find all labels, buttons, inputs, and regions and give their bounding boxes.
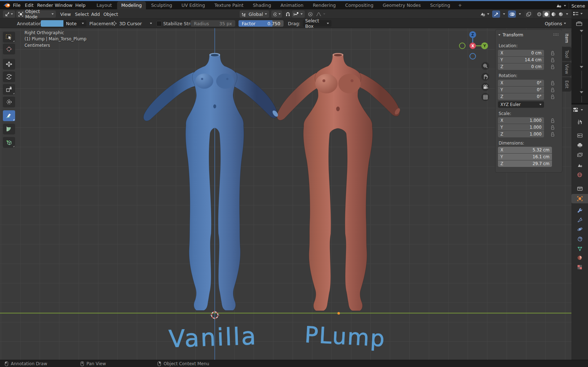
properties-tab-material[interactable] bbox=[571, 253, 588, 262]
tool-annotate[interactable] bbox=[3, 110, 15, 121]
plump-body-model[interactable] bbox=[277, 53, 401, 311]
options-dropdown[interactable]: Options bbox=[545, 20, 566, 27]
navigation-gizmo[interactable]: Z Y X bbox=[458, 30, 489, 61]
scale-z-field[interactable]: Z1.000 bbox=[498, 131, 544, 137]
toggle-orthographic-button[interactable] bbox=[481, 93, 489, 101]
shading-solid-button[interactable] bbox=[543, 11, 550, 17]
lock-location-z-icon[interactable] bbox=[551, 64, 555, 69]
lock-location-x-icon[interactable] bbox=[551, 50, 555, 56]
scene-selector[interactable]: Scene bbox=[556, 2, 585, 9]
shading-rendered-button[interactable] bbox=[557, 11, 564, 17]
lock-rotation-z-icon[interactable] bbox=[551, 94, 555, 99]
tool-add-primitive[interactable] bbox=[3, 137, 15, 148]
tool-move[interactable] bbox=[3, 59, 15, 70]
radius-slider[interactable]: Radius 35 px bbox=[191, 20, 235, 27]
properties-tab-modifiers[interactable] bbox=[571, 205, 588, 215]
tool-scale[interactable] bbox=[3, 84, 15, 95]
transform-orientation-dropdown[interactable]: Global bbox=[240, 10, 269, 18]
rotation-y-field[interactable]: Y0° bbox=[498, 87, 544, 93]
properties-tab-world[interactable] bbox=[571, 170, 588, 180]
transform-panel-header[interactable]: Transform bbox=[498, 32, 523, 37]
lock-scale-x-icon[interactable] bbox=[551, 118, 555, 123]
rotation-x-field[interactable]: X0° bbox=[498, 80, 544, 86]
properties-tab-texture[interactable] bbox=[571, 262, 588, 272]
blender-logo-icon[interactable] bbox=[4, 3, 11, 8]
properties-tab-object-data[interactable] bbox=[571, 244, 588, 253]
annotation-color-swatch[interactable] bbox=[41, 20, 63, 27]
stabilize-stroke-checkbox[interactable] bbox=[156, 21, 162, 26]
zoom-view-button[interactable] bbox=[481, 62, 489, 70]
location-y-field[interactable]: Y14.4 cm bbox=[498, 57, 544, 63]
mode-selector[interactable]: Object Mode bbox=[16, 10, 56, 18]
tab-geometry-nodes[interactable]: Geometry Nodes bbox=[378, 1, 425, 9]
properties-tab-particles[interactable] bbox=[571, 215, 588, 225]
drag-dropdown[interactable]: Select Box bbox=[303, 20, 331, 27]
sidebar-tab-edit[interactable]: Edit bbox=[562, 77, 571, 92]
location-z-field[interactable]: Z0 cm bbox=[498, 63, 544, 70]
tab-uv-editing[interactable]: UV Editing bbox=[177, 1, 209, 9]
outliner-expand-icon[interactable] bbox=[579, 30, 584, 32]
properties-tab-output[interactable] bbox=[571, 140, 588, 150]
tool-transform[interactable] bbox=[3, 97, 15, 107]
tab-animation[interactable]: Animation bbox=[276, 1, 308, 9]
shading-material-button[interactable] bbox=[550, 11, 557, 17]
panel-grip-icon[interactable] bbox=[553, 33, 559, 36]
lock-scale-z-icon[interactable] bbox=[551, 132, 555, 137]
menu-object[interactable]: Object bbox=[103, 10, 118, 18]
3d-viewport[interactable]: Vanilla PLump Right Orthographic (1) Plu… bbox=[0, 28, 571, 360]
tab-sculpting[interactable]: Sculpting bbox=[147, 1, 176, 9]
dimensions-x-field[interactable]: X5.32 cm bbox=[498, 147, 552, 153]
properties-tab-object[interactable] bbox=[571, 194, 588, 203]
outliner-editor-selector[interactable] bbox=[571, 9, 588, 18]
properties-editor-selector[interactable] bbox=[571, 105, 588, 114]
menu-view[interactable]: View bbox=[60, 10, 71, 18]
outliner-expand-icon[interactable] bbox=[579, 91, 584, 94]
object-visibility-dropdown[interactable] bbox=[478, 10, 491, 18]
tab-layout[interactable]: Layout bbox=[92, 1, 116, 9]
tool-measure[interactable] bbox=[3, 124, 15, 134]
tool-cursor[interactable] bbox=[3, 44, 15, 54]
menu-file[interactable]: File bbox=[11, 1, 23, 9]
proportional-editing-toggle[interactable] bbox=[307, 10, 314, 18]
tool-rotate[interactable] bbox=[3, 71, 15, 82]
placement-dropdown[interactable]: 3D Cursor bbox=[110, 20, 153, 27]
gizmos-toggle[interactable] bbox=[492, 10, 500, 18]
factor-slider[interactable]: Factor 0.750 bbox=[239, 20, 284, 27]
tab-shading[interactable]: Shading bbox=[249, 1, 276, 9]
pivot-point-dropdown[interactable] bbox=[271, 10, 282, 18]
annotation-layer-dropdown[interactable]: Note bbox=[63, 20, 86, 27]
properties-tab-physics[interactable] bbox=[571, 225, 588, 234]
editor-type-selector[interactable] bbox=[3, 10, 15, 18]
camera-view-button[interactable] bbox=[481, 83, 489, 91]
properties-tab-constraints[interactable] bbox=[571, 234, 588, 244]
gizmo-minus-y-ball[interactable] bbox=[459, 43, 465, 49]
properties-tab-view-layer[interactable] bbox=[571, 150, 588, 159]
lock-location-y-icon[interactable] bbox=[551, 57, 555, 62]
snap-toggle[interactable] bbox=[284, 10, 291, 18]
xray-toggle[interactable] bbox=[524, 10, 533, 18]
scale-x-field[interactable]: X1.000 bbox=[498, 117, 544, 124]
menu-help[interactable]: Help bbox=[73, 1, 88, 9]
tab-rendering[interactable]: Rendering bbox=[308, 1, 340, 9]
snap-target-dropdown[interactable] bbox=[292, 10, 305, 18]
menu-window[interactable]: Window bbox=[53, 1, 75, 9]
properties-tab-scene[interactable] bbox=[571, 160, 588, 170]
overlays-toggle[interactable] bbox=[508, 10, 516, 18]
tab-compositing[interactable]: Compositing bbox=[341, 1, 378, 9]
gizmo-minus-z-ball[interactable] bbox=[470, 53, 476, 59]
tab-texture-paint[interactable]: Texture Paint bbox=[210, 1, 248, 9]
sidebar-tab-item[interactable]: Item bbox=[562, 30, 571, 46]
dimensions-y-field[interactable]: Y16.1 cm bbox=[498, 154, 552, 160]
lock-scale-y-icon[interactable] bbox=[551, 125, 555, 130]
tab-modeling[interactable]: Modeling bbox=[117, 1, 146, 9]
lock-rotation-y-icon[interactable] bbox=[551, 87, 555, 92]
gizmos-dropdown[interactable] bbox=[500, 10, 506, 18]
vanilla-body-model[interactable] bbox=[143, 53, 279, 310]
menu-add[interactable]: Add bbox=[91, 10, 100, 18]
tool-select-box[interactable] bbox=[3, 32, 15, 43]
overlays-dropdown[interactable] bbox=[516, 10, 522, 18]
menu-edit[interactable]: Edit bbox=[23, 1, 36, 9]
sidebar-tab-tool[interactable]: Tool bbox=[562, 47, 571, 61]
tab-scripting[interactable]: Scripting bbox=[426, 1, 455, 9]
location-x-field[interactable]: X0 cm bbox=[498, 50, 544, 56]
